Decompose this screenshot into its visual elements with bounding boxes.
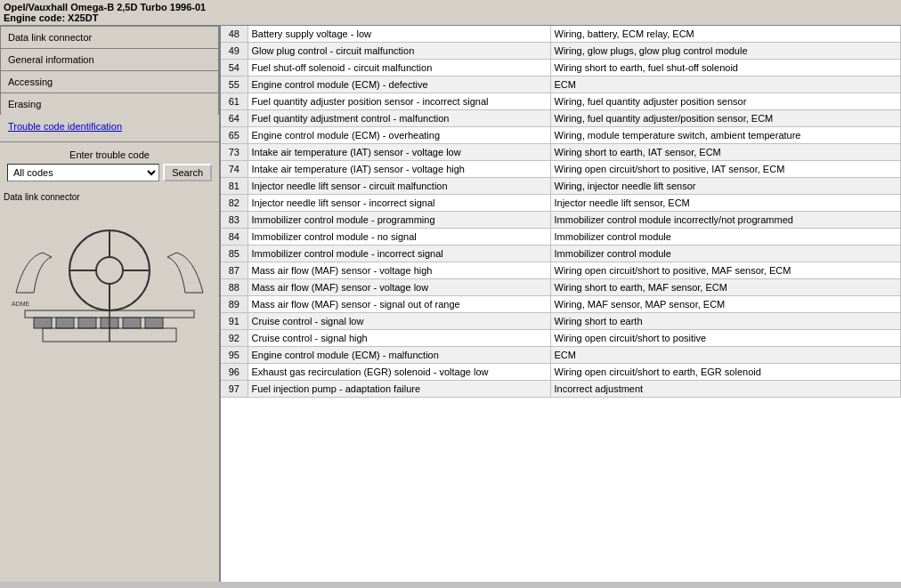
- search-label: Enter trouble code: [7, 149, 212, 160]
- code-cell: 92: [221, 330, 248, 347]
- code-cell: 81: [221, 178, 248, 195]
- code-cell: 64: [221, 110, 248, 127]
- cause-cell: Immobilizer control module incorrectly/n…: [550, 212, 901, 229]
- header-line2: Engine code: X25DT: [4, 12, 897, 23]
- cause-cell: Wiring, glow plugs, glow plug control mo…: [550, 43, 901, 60]
- description-cell: Cruise control - signal low: [248, 313, 550, 330]
- cause-cell: ECM: [550, 347, 901, 364]
- code-cell: 82: [221, 195, 248, 212]
- table-row: 74 Intake air temperature (IAT) sensor -…: [221, 161, 901, 178]
- description-cell: Engine control module (ECM) - overheatin…: [248, 127, 550, 144]
- code-cell: 49: [221, 43, 248, 60]
- cause-cell: Wiring open circuit/short to positive: [550, 330, 901, 347]
- table-row: 95 Engine control module (ECM) - malfunc…: [221, 347, 901, 364]
- description-cell: Immobilizer control module - programming: [248, 212, 550, 229]
- search-button[interactable]: Search: [163, 164, 212, 181]
- table-row: 73 Intake air temperature (IAT) sensor -…: [221, 144, 901, 161]
- code-cell: 87: [221, 262, 248, 279]
- svg-rect-11: [123, 318, 141, 328]
- cause-cell: Wiring, module temperature switch, ambie…: [550, 127, 901, 144]
- cause-cell: Wiring, injector needle lift sensor: [550, 178, 901, 195]
- table-row: 97 Fuel injection pump - adaptation fail…: [221, 381, 901, 398]
- svg-rect-7: [34, 318, 52, 328]
- description-cell: Mass air flow (MAF) sensor - signal out …: [248, 296, 550, 313]
- description-cell: Intake air temperature (IAT) sensor - vo…: [248, 161, 550, 178]
- sidebar-nav-item-3[interactable]: Erasing: [0, 93, 219, 115]
- description-cell: Fuel quantity adjustment control - malfu…: [248, 110, 550, 127]
- cause-cell: Wiring, battery, ECM relay, ECM: [550, 26, 901, 43]
- table-row: 89 Mass air flow (MAF) sensor - signal o…: [221, 296, 901, 313]
- table-row: 81 Injector needle lift sensor - circuit…: [221, 178, 901, 195]
- description-cell: Cruise control - signal high: [248, 330, 550, 347]
- cause-cell: Incorrect adjustment: [550, 381, 901, 398]
- sidebar-nav-item-2[interactable]: Accessing: [0, 70, 219, 93]
- cause-cell: Wiring open circuit/short to earth, EGR …: [550, 364, 901, 381]
- cause-cell: ECM: [550, 77, 901, 93]
- diagram-label: Data link connector: [4, 192, 80, 202]
- table-row: 91 Cruise control - signal low Wiring sh…: [221, 313, 901, 330]
- cause-cell: Wiring short to earth: [550, 313, 901, 330]
- description-cell: Fuel quantity adjuster position sensor -…: [248, 93, 550, 110]
- code-cell: 84: [221, 229, 248, 246]
- description-cell: Glow plug control - circuit malfunction: [248, 43, 550, 60]
- code-cell: 65: [221, 127, 248, 144]
- cause-cell: Wiring open circuit/short to positive, I…: [550, 161, 901, 178]
- table-row: 49 Glow plug control - circuit malfuncti…: [221, 43, 901, 60]
- description-cell: Fuel shut-off solenoid - circuit malfunc…: [248, 60, 550, 77]
- svg-rect-8: [56, 318, 74, 328]
- cause-cell: Immobilizer control module: [550, 229, 901, 246]
- code-cell: 85: [221, 246, 248, 262]
- cause-cell: Wiring, fuel quantity adjuster position …: [550, 93, 901, 110]
- code-cell: 88: [221, 279, 248, 296]
- header-line1: Opel/Vauxhall Omega-B 2,5D Turbo 1996-01: [4, 2, 897, 12]
- code-cell: 61: [221, 93, 248, 110]
- table-row: 96 Exhaust gas recirculation (EGR) solen…: [221, 364, 901, 381]
- table-row: 54 Fuel shut-off solenoid - circuit malf…: [221, 60, 901, 77]
- code-cell: 95: [221, 347, 248, 364]
- content-area: 48 Battery supply voltage - low Wiring, …: [221, 26, 901, 582]
- sidebar: Data link connectorGeneral informationAc…: [0, 26, 221, 582]
- svg-point-1: [96, 257, 123, 284]
- table-row: 85 Immobilizer control module - incorrec…: [221, 246, 901, 262]
- description-cell: Mass air flow (MAF) sensor - voltage hig…: [248, 262, 550, 279]
- sidebar-nav-item-1[interactable]: General information: [0, 48, 219, 70]
- cause-cell: Wiring, MAF sensor, MAP sensor, ECM: [550, 296, 901, 313]
- cause-cell: Wiring, fuel quantity adjuster/position …: [550, 110, 901, 127]
- description-cell: Exhaust gas recirculation (EGR) solenoid…: [248, 364, 550, 381]
- cause-cell: Wiring short to earth, fuel shut-off sol…: [550, 60, 901, 77]
- fault-codes-table: 48 Battery supply voltage - low Wiring, …: [221, 26, 901, 398]
- table-row: 55 Engine control module (ECM) - defecti…: [221, 77, 901, 93]
- table-row: 92 Cruise control - signal high Wiring o…: [221, 330, 901, 347]
- cause-cell: Injector needle lift sensor, ECM: [550, 195, 901, 212]
- code-cell: 91: [221, 313, 248, 330]
- table-row: 65 Engine control module (ECM) - overhea…: [221, 127, 901, 144]
- code-cell: 97: [221, 381, 248, 398]
- cause-cell: Wiring short to earth, IAT sensor, ECM: [550, 144, 901, 161]
- code-select[interactable]: All codes: [7, 164, 159, 181]
- table-row: 48 Battery supply voltage - low Wiring, …: [221, 26, 901, 43]
- code-cell: 73: [221, 144, 248, 161]
- table-container[interactable]: 48 Battery supply voltage - low Wiring, …: [221, 26, 901, 582]
- description-cell: Injector needle lift sensor - circuit ma…: [248, 178, 550, 195]
- table-row: 87 Mass air flow (MAF) sensor - voltage …: [221, 262, 901, 279]
- code-cell: 83: [221, 212, 248, 229]
- code-cell: 54: [221, 60, 248, 77]
- description-cell: Immobilizer control module - no signal: [248, 229, 550, 246]
- table-row: 61 Fuel quantity adjuster position senso…: [221, 93, 901, 110]
- description-cell: Injector needle lift sensor - incorrect …: [248, 195, 550, 212]
- header: Opel/Vauxhall Omega-B 2,5D Turbo 1996-01…: [0, 0, 901, 26]
- table-row: 88 Mass air flow (MAF) sensor - voltage …: [221, 279, 901, 296]
- description-cell: Engine control module (ECM) - defective: [248, 77, 550, 93]
- svg-rect-9: [78, 318, 96, 328]
- cause-cell: Immobilizer control module: [550, 246, 901, 262]
- trouble-code-link[interactable]: Trouble code identification: [0, 115, 219, 138]
- sidebar-nav-item-0[interactable]: Data link connector: [0, 26, 219, 48]
- description-cell: Battery supply voltage - low: [248, 26, 550, 43]
- description-cell: Intake air temperature (IAT) sensor - vo…: [248, 144, 550, 161]
- code-cell: 55: [221, 77, 248, 93]
- svg-rect-12: [145, 318, 163, 328]
- code-cell: 48: [221, 26, 248, 43]
- car-diagram-svg: ADME: [7, 204, 212, 346]
- cause-cell: Wiring open circuit/short to positive, M…: [550, 262, 901, 279]
- svg-text:ADME: ADME: [12, 301, 30, 307]
